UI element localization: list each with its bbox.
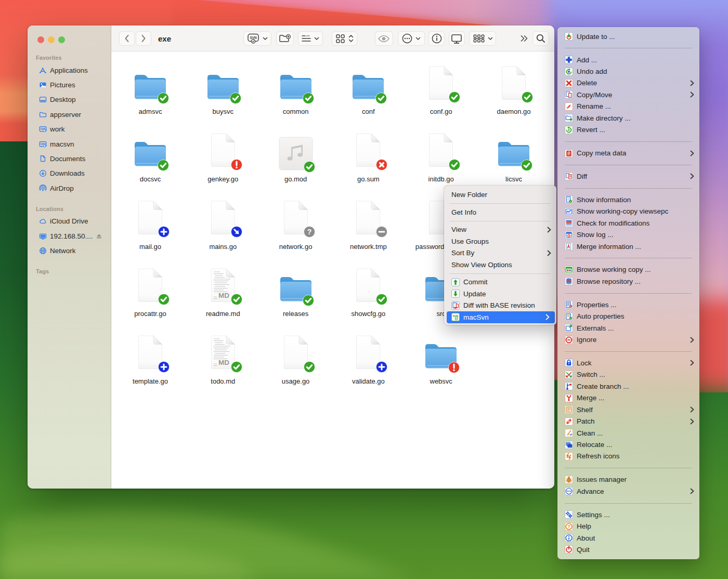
- svg-text:?: ?: [567, 524, 570, 529]
- svg-text:SVN: SVN: [250, 36, 257, 40]
- svg-text:?: ?: [307, 228, 311, 236]
